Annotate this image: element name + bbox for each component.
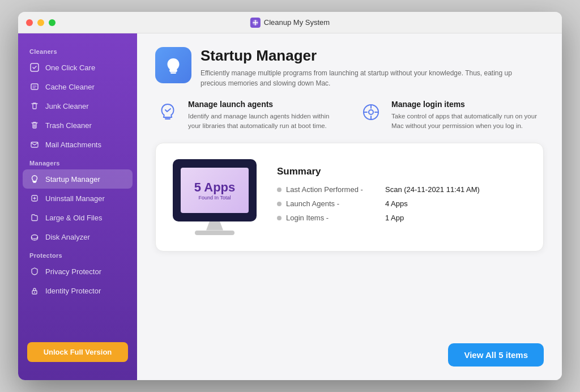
svg-point-9: [369, 110, 373, 114]
titlebar: Cleanup My System: [18, 12, 562, 33]
launch-agents-desc: Identify and manage launch agents hidden…: [188, 112, 340, 131]
cleaners-section-label: Cleaners: [18, 42, 137, 58]
sidebar-item-privacy-protector[interactable]: Privacy Protector: [18, 262, 137, 281]
monitor-stand: [206, 221, 223, 231]
sidebar-item-uninstall-manager[interactable]: Uninstall Manager: [18, 189, 137, 208]
sidebar-item-startup-manager[interactable]: Startup Manager: [23, 169, 133, 189]
summary-row-1: Launch Agents - 4 Apps: [277, 199, 526, 208]
sidebar-item-mail-attachments[interactable]: Mail Attachments: [18, 135, 137, 154]
summary-box: 5 Apps Found In Total Summary Last Actio…: [155, 143, 544, 252]
sidebar-bottom: Unlock Full Version: [18, 333, 137, 371]
monitor-screen: 5 Apps Found In Total: [181, 168, 249, 213]
summary-value-2: 1 App: [385, 214, 404, 222]
sidebar-item-junk-cleaner[interactable]: Junk Cleaner: [18, 96, 137, 116]
mail-attachments-icon: [29, 139, 40, 150]
large-old-files-icon: [29, 212, 40, 223]
launch-agents-title: Manage launch agents: [188, 100, 340, 109]
login-items-title: Manage login items: [391, 100, 544, 109]
identity-protector-label: Identity Protector: [45, 287, 101, 295]
close-dot[interactable]: [26, 19, 33, 26]
summary-title: Summary: [277, 166, 526, 177]
sidebar: Cleaners One Click Care Cache: [18, 33, 137, 380]
monitor-base: [195, 231, 234, 235]
svg-point-5: [32, 235, 38, 239]
main-footer: View All 5 items: [155, 343, 544, 367]
window-controls: [26, 19, 56, 26]
login-items-icon: [359, 100, 383, 125]
large-old-files-label: Large & Old Files: [45, 214, 102, 222]
junk-cleaner-label: Junk Cleaner: [45, 102, 89, 110]
summary-dot-2: [277, 216, 282, 220]
sidebar-item-large-old-files[interactable]: Large & Old Files: [18, 208, 137, 227]
app-body: Cleaners One Click Care Cache: [18, 33, 562, 380]
svg-rect-2: [31, 84, 38, 90]
cache-cleaner-icon: [29, 82, 40, 92]
feature-header: Startup Manager Efficiently manage multi…: [155, 47, 544, 88]
svg-point-7: [34, 292, 35, 293]
disk-analyzer-icon: [29, 232, 40, 242]
summary-row-0: Last Action Performed - Scan (24-11-2021…: [277, 185, 526, 194]
mail-attachments-label: Mail Attachments: [45, 140, 101, 149]
monitor-illustration: 5 Apps Found In Total: [173, 159, 257, 235]
sidebar-item-one-click-care[interactable]: One Click Care: [18, 58, 137, 77]
launch-agents-icon: [155, 100, 180, 125]
feature-text: Startup Manager Efficiently manage multi…: [201, 47, 529, 88]
apps-found-label: Found In Total: [199, 195, 231, 201]
feature-title: Startup Manager: [201, 47, 529, 65]
one-click-care-label: One Click Care: [45, 63, 95, 72]
summary-value-0: Scan (24-11-2021 11:41 AM): [385, 185, 480, 194]
summary-dot-1: [277, 202, 282, 206]
minimize-dot[interactable]: [37, 19, 44, 26]
sidebar-item-identity-protector[interactable]: Identity Protector: [18, 281, 137, 300]
launch-agents-card: Manage launch agents Identify and manage…: [155, 100, 340, 131]
launch-agents-text: Manage launch agents Identify and manage…: [188, 100, 340, 131]
trash-cleaner-label: Trash Cleaner: [45, 121, 92, 130]
disk-analyzer-label: Disk Analyzer: [45, 233, 90, 241]
monitor-body: 5 Apps Found In Total: [173, 159, 257, 221]
login-items-card: Manage login items Take control of apps …: [359, 100, 544, 131]
feature-icon: [155, 47, 191, 83]
privacy-protector-icon: [29, 266, 40, 276]
app-window: Cleanup My System Cleaners One Click Car…: [18, 12, 562, 380]
identity-protector-icon: [29, 286, 40, 296]
summary-key-1: Launch Agents -: [286, 199, 385, 208]
managers-section-label: Managers: [18, 154, 137, 169]
summary-value-1: 4 Apps: [385, 199, 408, 208]
privacy-protector-label: Privacy Protector: [45, 267, 101, 276]
uninstall-manager-label: Uninstall Manager: [45, 194, 105, 203]
maximize-dot[interactable]: [49, 19, 56, 26]
startup-manager-label: Startup Manager: [45, 175, 100, 184]
app-icon: [250, 18, 261, 28]
main-content: Startup Manager Efficiently manage multi…: [137, 33, 562, 380]
startup-manager-icon: [29, 174, 40, 184]
summary-key-0: Last Action Performed -: [286, 185, 385, 194]
summary-row-2: Login Items - 1 App: [277, 214, 526, 222]
uninstall-manager-icon: [29, 193, 40, 203]
app-title-bar: Cleanup My System: [250, 18, 330, 28]
summary-dot-0: [277, 188, 282, 192]
info-cards: Manage launch agents Identify and manage…: [155, 100, 544, 131]
protectors-section-label: Protectors: [18, 246, 137, 262]
feature-desc: Efficiently manage multiple programs fro…: [201, 68, 529, 88]
apps-count-display: 5 Apps: [194, 180, 236, 195]
login-items-text: Manage login items Take control of apps …: [391, 100, 544, 131]
summary-details: Summary Last Action Performed - Scan (24…: [277, 166, 526, 228]
sidebar-item-cache-cleaner[interactable]: Cache Cleaner: [18, 77, 137, 96]
sidebar-item-trash-cleaner[interactable]: Trash Cleaner: [18, 116, 137, 135]
unlock-full-version-button[interactable]: Unlock Full Version: [27, 342, 128, 362]
cache-cleaner-label: Cache Cleaner: [45, 83, 95, 91]
view-all-button[interactable]: View All 5 items: [448, 343, 544, 367]
trash-cleaner-icon: [29, 120, 40, 130]
app-title-text: Cleanup My System: [264, 18, 330, 27]
summary-key-2: Login Items -: [286, 214, 385, 222]
sidebar-item-disk-analyzer[interactable]: Disk Analyzer: [18, 227, 137, 246]
junk-cleaner-icon: [29, 101, 40, 111]
one-click-care-icon: [29, 62, 40, 73]
login-items-desc: Take control of apps that automatically …: [391, 112, 544, 131]
